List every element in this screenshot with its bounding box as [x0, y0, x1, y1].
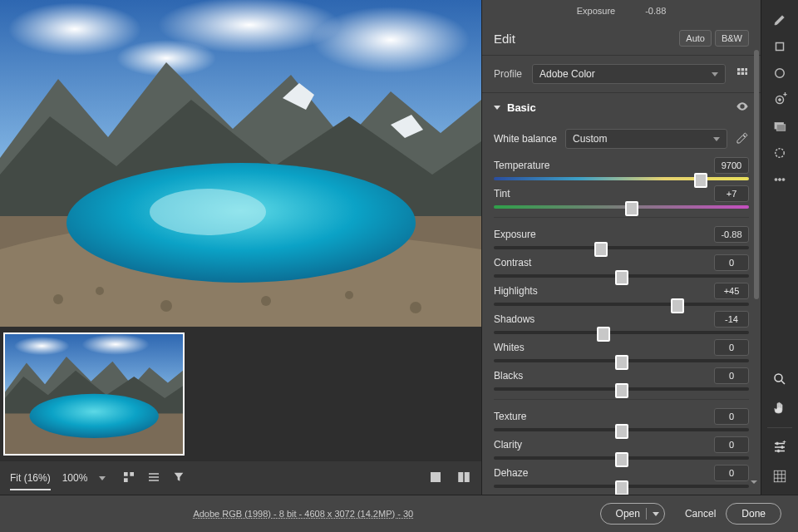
svg-point-3: [312, 7, 470, 73]
svg-point-39: [775, 374, 782, 382]
contrast-slider[interactable]: Contrast0: [494, 254, 749, 278]
profile-label: Profile: [494, 68, 522, 80]
chevron-down-icon: [494, 106, 500, 110]
svg-point-7: [150, 189, 266, 235]
image-info[interactable]: Adobe RGB (1998) - 8 bit - 4608 x 3072 (…: [193, 509, 413, 519]
texture-slider[interactable]: Texture0: [494, 408, 749, 431]
edit-panel: Exposure -0.88 Edit Auto B&W Profile Ado…: [481, 0, 761, 495]
header-param-name: Exposure: [577, 6, 615, 16]
crop-tool-icon[interactable]: [766, 34, 794, 59]
filmstrip: [0, 327, 481, 461]
edit-tool-icon[interactable]: [766, 7, 794, 32]
svg-rect-23: [741, 68, 744, 71]
svg-rect-28: [776, 43, 784, 51]
svg-point-29: [776, 69, 785, 78]
whites-value[interactable]: 0: [714, 339, 749, 356]
auto-button[interactable]: Auto: [679, 30, 712, 47]
svg-text:+: +: [784, 92, 787, 97]
svg-point-41: [781, 446, 784, 449]
clarity-slider[interactable]: Clarity0: [494, 436, 749, 460]
panel-chevron-icon[interactable]: [750, 477, 758, 489]
svg-rect-34: [776, 125, 786, 131]
mask-tool-icon[interactable]: [766, 114, 794, 139]
grid-view-icon[interactable]: [122, 470, 135, 486]
visibility-icon[interactable]: [736, 100, 749, 116]
view-toolbar: Fit (16%) 100%: [0, 461, 481, 495]
svg-rect-25: [737, 71, 740, 74]
svg-rect-27: [745, 71, 747, 74]
tint-slider[interactable]: Tint+7: [494, 185, 749, 209]
adjust-sliders-icon[interactable]: +: [766, 435, 794, 460]
svg-point-40: [776, 442, 779, 445]
hand-tool-icon[interactable]: [766, 396, 794, 421]
svg-rect-24: [745, 68, 747, 71]
single-view-icon[interactable]: [428, 470, 443, 487]
filter-icon[interactable]: [172, 470, 185, 486]
shadows-slider[interactable]: Shadows-14: [494, 311, 749, 334]
highlights-value[interactable]: +45: [714, 283, 749, 299]
svg-point-8: [53, 294, 63, 304]
shadows-value[interactable]: -14: [714, 311, 749, 328]
heal-tool-icon[interactable]: [766, 61, 794, 86]
compare-view-icon[interactable]: [456, 470, 471, 487]
highlights-slider[interactable]: Highlights+45: [494, 283, 749, 306]
svg-point-18: [30, 394, 159, 438]
image-preview[interactable]: [0, 0, 481, 327]
temperature-slider[interactable]: Temperature9700: [494, 157, 749, 180]
texture-value[interactable]: 0: [714, 408, 749, 425]
svg-point-16: [81, 334, 149, 355]
open-button[interactable]: Open: [600, 503, 665, 525]
done-button[interactable]: Done: [726, 503, 781, 525]
profile-value: Adobe Color: [539, 68, 595, 80]
grid-icon[interactable]: [766, 464, 794, 489]
exposure-slider[interactable]: Exposure-0.88: [494, 226, 749, 249]
svg-point-35: [776, 149, 785, 158]
temperature-value[interactable]: 9700: [714, 157, 749, 174]
bw-button[interactable]: B&W: [715, 30, 749, 47]
dehaze-slider[interactable]: Dehaze0: [494, 465, 749, 488]
svg-point-1: [8, 2, 141, 56]
svg-point-10: [160, 300, 172, 312]
svg-point-36: [775, 179, 777, 181]
panel-scrollbar[interactable]: [754, 50, 759, 299]
panel-title: Edit: [494, 32, 515, 46]
contrast-value[interactable]: 0: [714, 254, 749, 271]
white-balance-value: Custom: [573, 133, 607, 145]
profile-dropdown[interactable]: Adobe Color: [532, 64, 726, 84]
right-toolbar: + +: [761, 0, 798, 495]
tint-value[interactable]: +7: [714, 185, 749, 202]
chevron-down-icon: [712, 72, 718, 76]
svg-point-15: [14, 337, 70, 355]
header-readout: Exposure -0.88: [482, 0, 761, 22]
exposure-value[interactable]: -0.88: [714, 226, 749, 243]
white-balance-label: White balance: [494, 133, 557, 145]
dehaze-value[interactable]: 0: [714, 465, 749, 481]
whites-slider[interactable]: Whites0: [494, 339, 749, 362]
zoom-fit[interactable]: Fit (16%): [10, 472, 51, 490]
white-balance-eyedropper-icon[interactable]: [736, 131, 749, 147]
zoom-100[interactable]: 100%: [62, 472, 88, 484]
chevron-down-icon: [713, 137, 720, 141]
svg-point-38: [782, 179, 785, 181]
filmstrip-thumb-1[interactable]: [3, 332, 185, 456]
list-view-icon[interactable]: [147, 470, 160, 486]
zoom-tool-icon[interactable]: [766, 367, 794, 392]
more-icon[interactable]: [766, 167, 794, 192]
white-balance-dropdown[interactable]: Custom: [565, 129, 727, 149]
profile-browser-icon[interactable]: [736, 66, 749, 82]
footer-bar: Adobe RGB (1998) - 8 bit - 4608 x 3072 (…: [0, 495, 798, 532]
redeye-tool-icon[interactable]: +: [766, 87, 794, 112]
blacks-slider[interactable]: Blacks0: [494, 367, 749, 391]
basic-section-header[interactable]: Basic: [482, 93, 761, 122]
svg-point-9: [96, 287, 104, 295]
zoom-dropdown-chevron[interactable]: [99, 476, 106, 480]
svg-rect-44: [774, 470, 786, 482]
chevron-down-icon: [653, 512, 659, 516]
svg-point-12: [345, 291, 353, 299]
svg-rect-20: [458, 472, 463, 482]
clarity-value[interactable]: 0: [714, 436, 749, 453]
svg-rect-19: [431, 472, 441, 482]
blacks-value[interactable]: 0: [714, 367, 749, 384]
cancel-button[interactable]: Cancel: [685, 508, 716, 520]
radial-tool-icon[interactable]: [766, 140, 794, 165]
